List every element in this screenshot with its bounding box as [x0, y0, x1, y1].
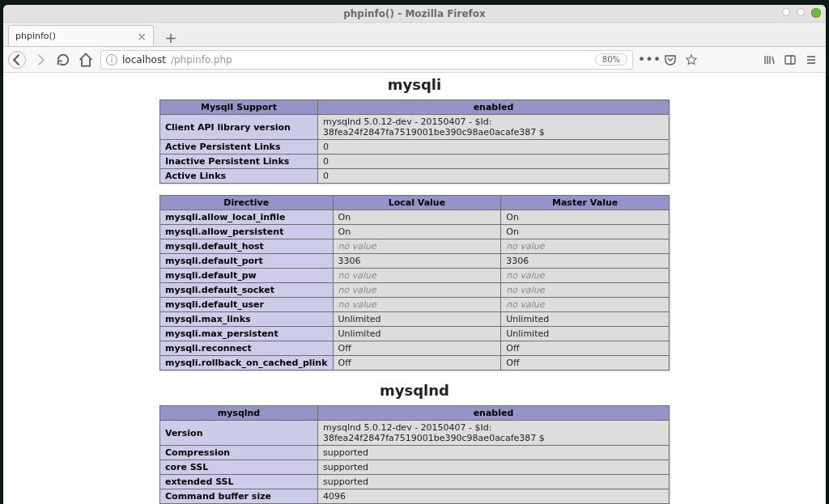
property-name: Client API library version — [160, 115, 318, 140]
table-row: mysqli.allow_local_infileOnOn — [160, 210, 670, 225]
table-row: mysqli.default_socketno valueno value — [160, 283, 670, 298]
master-value: no value — [501, 298, 670, 312]
nav-toolbar: i localhost/phpinfo.php 80% ••• — [3, 47, 826, 73]
zoom-badge[interactable]: 80% — [595, 53, 627, 66]
mysqli-support-table: MysqlI Support enabled Client API librar… — [159, 100, 670, 184]
table-row: Inactive Persistent Links0 — [160, 155, 670, 169]
menu-icon[interactable] — [805, 53, 818, 66]
minimize-button[interactable] — [782, 8, 790, 16]
property-name: Active Persistent Links — [160, 140, 318, 155]
new-tab-button[interactable]: + — [162, 28, 180, 46]
local-value: no value — [333, 283, 501, 298]
local-value: On — [333, 225, 501, 239]
table-row: mysqli.default_port33063306 — [160, 254, 670, 269]
pocket-icon[interactable] — [664, 53, 677, 66]
page-content[interactable]: mysqli MysqlI Support enabled Client API… — [3, 73, 826, 504]
local-value: no value — [333, 298, 501, 312]
table-row: Client API library versionmysqlnd 5.0.12… — [160, 115, 670, 140]
home-button[interactable] — [78, 52, 94, 68]
master-value: no value — [501, 269, 670, 283]
tab-bar: phpinfo() × + — [3, 23, 826, 47]
property-value: supported — [317, 460, 669, 475]
url-host: localhost — [122, 54, 166, 66]
master-value: On — [501, 210, 670, 225]
tab-title: phpinfo() — [15, 31, 56, 41]
property-name: extended SSL — [160, 475, 318, 489]
master-value: 3306 — [501, 254, 670, 269]
table-row: core SSLsupported — [160, 460, 670, 475]
property-value: supported — [317, 446, 669, 460]
directive-name: mysqli.max_persistent — [160, 327, 334, 341]
table-header: Master Value — [501, 196, 670, 210]
property-value: 0 — [317, 169, 669, 184]
local-value: Unlimited — [333, 312, 501, 327]
directive-name: mysqli.default_socket — [160, 283, 334, 298]
property-value: mysqlnd 5.0.12-dev - 20150407 - $Id: 38f… — [317, 421, 669, 446]
table-row: extended SSLsupported — [160, 475, 670, 489]
forward-button[interactable] — [32, 52, 49, 68]
bookmark-star-icon[interactable] — [685, 53, 698, 66]
master-value: Unlimited — [501, 312, 670, 327]
table-header: mysqlnd — [160, 406, 318, 421]
property-value: 0 — [317, 140, 669, 155]
library-icon[interactable] — [763, 53, 776, 66]
local-value: Off — [333, 356, 501, 371]
back-button[interactable] — [8, 51, 26, 69]
master-value: Off — [501, 341, 670, 356]
table-row: mysqli.default_pwno valueno value — [160, 269, 670, 283]
table-row: Active Persistent Links0 — [160, 140, 670, 155]
table-row: mysqli.max_persistentUnlimitedUnlimited — [160, 327, 670, 341]
local-value: On — [333, 210, 501, 225]
local-value: Off — [333, 341, 501, 356]
directive-name: mysqli.rollback_on_cached_plink — [160, 356, 334, 371]
property-name: Inactive Persistent Links — [160, 155, 318, 169]
property-name: Active Links — [160, 169, 318, 184]
table-header: enabled — [317, 100, 669, 115]
maximize-button[interactable] — [797, 8, 805, 16]
url-path: /phpinfo.php — [171, 54, 232, 66]
window-titlebar[interactable]: phpinfo() - Mozilla Firefox — [3, 5, 826, 23]
table-row: mysqli.allow_persistentOnOn — [160, 225, 670, 239]
directive-name: mysqli.allow_persistent — [160, 225, 334, 239]
master-value: Off — [501, 356, 670, 371]
table-row: Compressionsupported — [160, 446, 670, 460]
local-value: no value — [333, 269, 501, 283]
table-row: mysqli.default_hostno valueno value — [160, 239, 670, 254]
master-value: On — [501, 225, 670, 239]
site-info-icon[interactable]: i — [106, 54, 117, 66]
table-row: Versionmysqlnd 5.0.12-dev - 20150407 - $… — [160, 421, 670, 446]
table-header: Local Value — [333, 196, 501, 210]
property-value: 0 — [317, 155, 669, 169]
directive-name: mysqli.default_host — [160, 239, 334, 254]
property-value: 4096 — [317, 489, 669, 504]
directive-name: mysqli.default_port — [160, 254, 334, 269]
section-heading-mysqli: mysqli — [159, 76, 670, 93]
table-row: Active Links0 — [160, 169, 670, 184]
sidebar-icon[interactable] — [784, 53, 797, 66]
table-row: mysqli.max_linksUnlimitedUnlimited — [160, 312, 670, 327]
property-name: core SSL — [160, 460, 318, 475]
directive-name: mysqli.max_links — [160, 312, 334, 327]
close-tab-icon[interactable]: × — [137, 30, 147, 43]
property-name: Version — [160, 421, 318, 446]
section-heading-mysqlnd: mysqlnd — [159, 382, 670, 399]
directive-name: mysqli.default_pw — [160, 269, 334, 283]
url-bar[interactable]: i localhost/phpinfo.php 80% — [100, 50, 633, 70]
close-window-button[interactable] — [811, 8, 821, 18]
table-row: Command buffer size4096 — [160, 489, 670, 504]
directive-name: mysqli.default_user — [160, 298, 334, 312]
svg-rect-0 — [785, 56, 795, 64]
property-name: Compression — [160, 446, 318, 460]
master-value: no value — [501, 283, 670, 298]
table-header: Directive — [160, 196, 334, 210]
table-header: MysqlI Support — [160, 100, 318, 115]
reload-button[interactable] — [55, 52, 71, 68]
local-value: Unlimited — [333, 327, 501, 341]
browser-tab[interactable]: phpinfo() × — [8, 25, 154, 46]
local-value: no value — [333, 239, 501, 254]
more-actions-icon[interactable]: ••• — [643, 53, 656, 66]
table-row: mysqli.default_userno valueno value — [160, 298, 670, 312]
mysqlnd-support-table: mysqlnd enabled Versionmysqlnd 5.0.12-de… — [159, 405, 670, 504]
property-value: mysqlnd 5.0.12-dev - 20150407 - $Id: 38f… — [317, 115, 669, 140]
firefox-window: phpinfo() - Mozilla Firefox phpinfo() × … — [3, 5, 826, 504]
